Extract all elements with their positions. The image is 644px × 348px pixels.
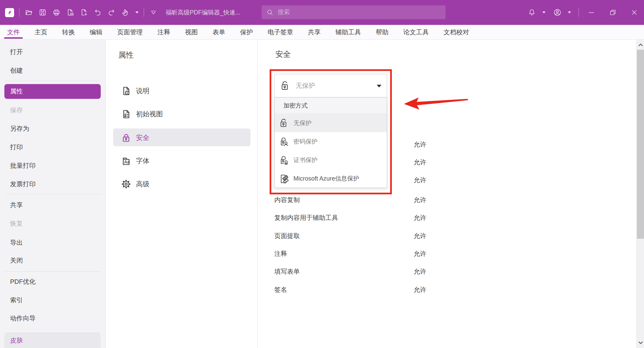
tab-comment[interactable]: 注释 — [157, 25, 170, 40]
tab-esign[interactable]: 电子签章 — [268, 25, 293, 40]
sidebar-item-close[interactable]: 关闭 — [0, 253, 106, 268]
sidebar-item-save-as[interactable]: 另存为 — [0, 121, 106, 136]
sidebar-item-print[interactable]: 打印 — [0, 140, 106, 155]
page-add-icon[interactable] — [80, 8, 88, 17]
lock-icon — [121, 132, 131, 143]
fonts-icon: Aa — [121, 156, 131, 166]
permission-value: 允许 — [414, 267, 426, 276]
page-title: 安全 — [275, 49, 291, 60]
permission-row-fill-forms: 填写表单 允许 — [258, 267, 636, 276]
sidebar-item-export[interactable]: 导出 — [0, 235, 106, 250]
option-no-protection[interactable]: 无保护 — [275, 114, 387, 132]
sidebar-item-action-wizard[interactable]: 动作向导 — [0, 311, 106, 326]
svg-text:Aa: Aa — [124, 159, 130, 164]
account-icon[interactable] — [553, 8, 562, 17]
sidebar-item-open[interactable]: 打开 — [0, 45, 106, 60]
document-title: 福昕高级PDF编辑器_快速... — [166, 8, 240, 16]
properties-item-initial-view[interactable]: 初始视图 — [106, 105, 258, 123]
search-box[interactable] — [262, 5, 446, 19]
chevron-down-icon — [377, 85, 381, 87]
lock-user-icon — [278, 136, 290, 147]
redo-icon[interactable] — [107, 8, 116, 17]
tab-edit[interactable]: 编辑 — [90, 25, 102, 40]
permission-row-page-extraction: 页面提取 允许 — [258, 232, 636, 240]
tab-proofread[interactable]: 文档校对 — [444, 25, 469, 40]
tab-accessibility[interactable]: 辅助工具 — [335, 25, 361, 40]
annotation-red-arrow — [401, 95, 470, 111]
tab-file[interactable]: 文件 — [7, 25, 20, 40]
minimize-icon[interactable] — [587, 8, 596, 17]
toolbar-separator — [579, 8, 579, 17]
properties-item-advanced[interactable]: 高级 — [106, 175, 258, 193]
sidebar-item-share[interactable]: 共享 — [0, 198, 106, 212]
option-certificate-protection[interactable]: 证书保护 — [275, 151, 387, 169]
sidebar-item-save: 保存 — [0, 103, 106, 118]
azure-tag-icon — [278, 173, 290, 184]
security-method-select[interactable]: 无保护 — [274, 74, 387, 98]
properties-item-description[interactable]: 说明 — [106, 82, 258, 100]
notifications-dropdown-caret[interactable] — [542, 11, 546, 13]
sidebar-item-properties[interactable]: 属性 — [4, 84, 101, 99]
permission-row-content-copy: 内容复制 允许 — [258, 196, 636, 204]
permission-value: 允许 — [414, 232, 426, 240]
open-folder-icon[interactable] — [25, 8, 33, 17]
close-icon[interactable] — [630, 8, 639, 17]
print-icon[interactable] — [52, 8, 61, 17]
restore-icon[interactable] — [608, 8, 617, 17]
properties-item-label: 安全 — [136, 133, 149, 142]
unlock-icon — [279, 80, 291, 92]
foxit-logo[interactable] — [5, 8, 14, 17]
page-delete-icon[interactable] — [66, 8, 75, 17]
tab-page-management[interactable]: 页面管理 — [117, 25, 143, 40]
tab-convert[interactable]: 转换 — [62, 25, 75, 40]
sidebar-item-batch-print[interactable]: 批量打印 — [0, 158, 106, 173]
unlock-icon — [278, 117, 290, 129]
menu-bar: 文件 主页 转换 编辑 页面管理 注释 视图 表单 保护 电子签章 共享 辅助工… — [0, 25, 644, 40]
properties-item-fonts[interactable]: Aa 字体 — [106, 152, 258, 170]
tab-paper-tools[interactable]: 论文工具 — [403, 25, 429, 40]
hand-tool-dropdown-caret[interactable] — [135, 11, 139, 13]
permission-value: 允许 — [414, 158, 426, 167]
sidebar-item-index[interactable]: 索引 — [0, 293, 106, 308]
window-controls — [527, 0, 639, 25]
sidebar-separator — [5, 194, 101, 194]
properties-item-label: 高级 — [136, 180, 149, 189]
option-password-protection[interactable]: 密码保护 — [275, 132, 387, 151]
sidebar-item-pdf-optimize[interactable]: PDF优化 — [0, 274, 106, 289]
option-microsoft-azure-protection[interactable]: Microsoft Azure信息保护 — [275, 169, 387, 188]
tab-share[interactable]: 共享 — [308, 25, 321, 40]
undo-icon[interactable] — [93, 8, 102, 17]
properties-panel: 属性 说明 初始视图 安全 — [106, 40, 258, 348]
tab-help[interactable]: 帮助 — [376, 25, 388, 40]
permission-value: 允许 — [414, 214, 426, 222]
option-label: 证书保护 — [293, 156, 318, 164]
properties-item-label: 字体 — [136, 156, 149, 165]
sidebar-item-create[interactable]: 创建 — [0, 63, 106, 78]
hand-tool-icon[interactable] — [121, 8, 130, 17]
account-dropdown-caret[interactable] — [568, 11, 571, 13]
scroll-down-button[interactable] — [637, 338, 644, 348]
tab-view[interactable]: 视图 — [185, 25, 198, 40]
scrollbar-thumb[interactable] — [637, 50, 644, 239]
sidebar-item-skin[interactable]: 皮肤 — [4, 333, 101, 348]
notifications-bell-icon[interactable] — [527, 8, 536, 17]
tab-form[interactable]: 表单 — [213, 25, 225, 40]
option-label: 无保护 — [293, 119, 312, 127]
chevron-up-icon — [638, 43, 643, 46]
dropdown-group-header: 加密方式 — [275, 98, 387, 114]
sidebar-item-invoice-print[interactable]: 发票打印 — [0, 177, 106, 192]
tab-protect[interactable]: 保护 — [240, 25, 253, 40]
properties-item-security[interactable]: 安全 — [106, 128, 258, 147]
sidebar-separator — [5, 81, 101, 81]
sidebar-item-revert: 恢复 — [0, 216, 106, 231]
doc-list-icon — [121, 109, 131, 119]
search-input[interactable] — [278, 9, 425, 16]
permission-value: 允许 — [414, 249, 426, 258]
scroll-up-button[interactable] — [637, 40, 644, 50]
collapse-toolbar-icon[interactable] — [149, 8, 158, 17]
save-icon[interactable] — [38, 8, 47, 17]
tab-home[interactable]: 主页 — [35, 25, 47, 40]
vertical-scrollbar[interactable] — [636, 40, 644, 348]
sidebar-separator — [5, 271, 101, 272]
permission-value: 允许 — [414, 285, 426, 294]
